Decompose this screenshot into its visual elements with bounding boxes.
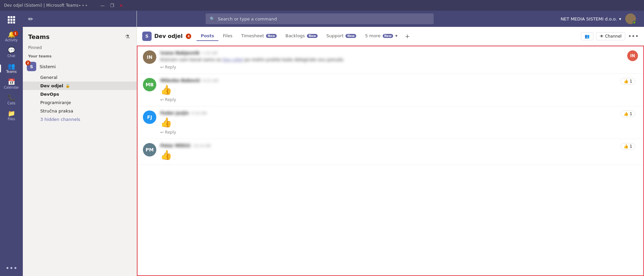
hidden-channels-link[interactable]: 3 hidden channels (23, 115, 137, 124)
channel-name-devops: DevOps (40, 92, 59, 97)
close-button[interactable]: ✕ (119, 3, 123, 8)
message-author: Milenka Babović (160, 78, 200, 83)
user-menu[interactable]: NET MEDIA SISTEMI d.o.o. ▾ (560, 16, 621, 21)
message-time: 9:10 AM (192, 111, 207, 116)
tab-posts[interactable]: Posts (197, 31, 218, 41)
tab-support[interactable]: Support New (322, 31, 360, 41)
channel-button[interactable]: 👁 Channel (596, 32, 625, 40)
nav-rail: 1 🔔 Activity 💬 Chat 👥 Teams 📅 Calendar 📞… (0, 11, 23, 276)
message-author: Petar Miličić (160, 143, 191, 148)
calendar-icon: 📅 (8, 79, 15, 85)
your-teams-label: Your teams (23, 51, 137, 60)
channel-name-devodjel: Dev odjel (40, 83, 63, 88)
team-sistemi[interactable]: 2 S Sistemi ••• (23, 60, 137, 73)
message-content: Ivana Nakjevnik 1:35 AM Kreiram vam kana… (160, 50, 638, 70)
nav-item-calls[interactable]: 📞 Calls (0, 92, 23, 108)
tab-support-label: Support (326, 33, 343, 38)
message-emoji: 👍 (160, 84, 638, 95)
table-row: FJ Fedor Jurjin 9:10 AM 👍 ↩ Reply 👍 1 (138, 106, 643, 139)
tab-more[interactable]: 5 more New ▾ (361, 31, 401, 41)
channel-programiranje[interactable]: Programiranje (23, 98, 137, 107)
add-tab-button[interactable]: + (402, 33, 413, 40)
user-avatar[interactable] (625, 13, 636, 24)
sidebar-header: Teams ⚗ (23, 27, 137, 44)
reply-button[interactable]: ↩ Reply (160, 97, 638, 102)
tab-more-badge: New (383, 34, 393, 38)
channel-name-programiranje: Programiranje (40, 100, 71, 105)
more-options-button[interactable]: ••• (628, 33, 639, 40)
message-content: Petar Miličić 10:14 AM 👍 (160, 143, 638, 160)
reaction-avatar: IN (627, 50, 638, 61)
message-content: Milenka Babović 8:15 AM 👍 ↩ Reply (160, 78, 638, 102)
nav-item-chat[interactable]: 💬 Chat (0, 45, 23, 60)
nav-label-calls: Calls (7, 101, 15, 105)
titlebar: Dev odjel (Sistemi) | Microsoft Teams ••… (0, 0, 644, 11)
channel-general[interactable]: General (23, 73, 137, 82)
channel-tabs: Posts Files Timesheet New Backlogs New S… (197, 31, 578, 41)
avatar: FJ (143, 110, 156, 124)
channel-devops[interactable]: DevOps (23, 90, 137, 98)
nav-item-activity[interactable]: 1 🔔 Activity (0, 29, 23, 45)
reply-button[interactable]: ↩ Reply (160, 65, 638, 70)
titlebar-dots: ••• (78, 3, 88, 8)
nav-label-chat: Chat (7, 54, 15, 58)
channel-strucna[interactable]: Stručna praksa (23, 107, 137, 115)
channel-actions: 👥 👁 Channel ••• (581, 32, 639, 40)
search-placeholder: Search or type a command (218, 16, 277, 21)
nav-item-teams[interactable]: 👥 Teams (0, 60, 23, 76)
tab-backlogs[interactable]: Backlogs New (281, 31, 322, 41)
main-content: 🔍 Search or type a command NET MEDIA SIS… (137, 11, 644, 276)
titlebar-title: Dev odjel (Sistemi) | Microsoft Teams (4, 3, 78, 8)
members-button[interactable]: 👥 (581, 32, 593, 40)
team-name-sistemi: Sistemi (40, 64, 124, 69)
avatar: IN (143, 50, 156, 64)
sidebar: ✏ Teams ⚗ Pinned Your teams 2 S Sistemi … (23, 11, 137, 276)
tab-more-label: 5 more (365, 33, 380, 38)
channel-devodjel[interactable]: Dev odjel 🔒 (23, 82, 137, 90)
message-author: Fedor Jurjin (160, 110, 189, 116)
tab-timesheet-badge: New (266, 34, 277, 38)
main-topbar: 🔍 Search or type a command NET MEDIA SIS… (137, 11, 644, 27)
tab-backlogs-badge: New (307, 34, 318, 38)
message-link: Dev odjel (222, 57, 243, 62)
nav-item-files[interactable]: 📁 Files (0, 108, 23, 124)
topbar: ✏ (23, 11, 137, 27)
tab-timesheet[interactable]: Timesheet New (237, 31, 281, 41)
app-logo (8, 13, 15, 29)
nav-item-calendar[interactable]: 📅 Calendar (0, 76, 23, 92)
nav-more-button[interactable]: ••• (1, 260, 21, 276)
posts-area[interactable]: IN Ivana Nakjevnik 1:35 AM Kreiram vam k… (137, 46, 644, 276)
channel-name-general: General (40, 75, 57, 80)
sidebar-title: Teams (28, 33, 50, 40)
tab-files[interactable]: Files (219, 31, 237, 41)
teams-icon: 👥 (8, 63, 15, 69)
nav-label-files: Files (8, 117, 15, 121)
chevron-down-icon: ▾ (395, 33, 397, 38)
filter-button[interactable]: ⚗ (124, 32, 131, 41)
tab-files-label: Files (223, 33, 233, 38)
message-reaction: 👍 1 (621, 143, 635, 150)
message-reaction: 👍 1 (621, 110, 635, 117)
nav-label-teams: Teams (6, 70, 17, 74)
message-text: Kreiram vam kanal samo za Dev odjel pa m… (160, 57, 638, 63)
search-icon: 🔍 (210, 16, 215, 21)
chat-icon: 💬 (8, 47, 15, 53)
search-bar[interactable]: 🔍 Search or type a command (206, 13, 434, 24)
reply-button[interactable]: ↩ Reply (160, 130, 638, 135)
avatar: PM (143, 143, 156, 156)
tab-backlogs-label: Backlogs (285, 33, 305, 38)
table-row: MB Milenka Babović 8:15 AM 👍 ↩ Reply 👍 1 (138, 74, 643, 106)
restore-button[interactable]: ❐ (110, 3, 114, 8)
channel-header: S Dev odjel 4 Posts Files Timesheet New … (137, 27, 644, 46)
chevron-down-icon: ▾ (619, 16, 621, 21)
channel-notif-badge: 4 (186, 34, 191, 39)
tab-timesheet-label: Timesheet (241, 33, 264, 38)
avatar: MB (143, 78, 156, 91)
compose-button[interactable]: ✏ (28, 15, 33, 22)
channel-name-strucna: Stručna praksa (40, 108, 73, 113)
tab-posts-label: Posts (201, 33, 214, 38)
calls-icon: 📞 (8, 95, 15, 101)
tab-support-badge: New (345, 34, 356, 38)
nav-label-activity: Activity (5, 38, 17, 42)
minimize-button[interactable]: — (100, 3, 105, 8)
